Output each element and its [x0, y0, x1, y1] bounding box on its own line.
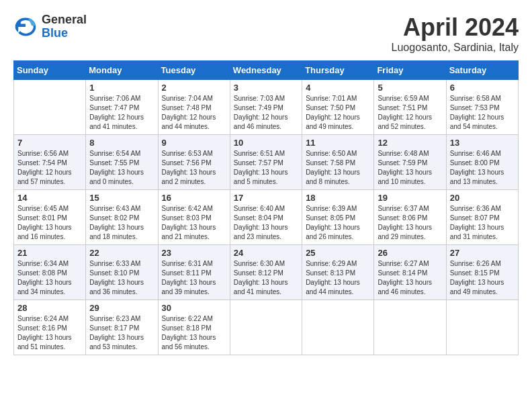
day-info: Sunrise: 6:51 AM Sunset: 7:57 PM Dayligh…: [234, 149, 298, 187]
calendar-day-cell: 7Sunrise: 6:56 AM Sunset: 7:54 PM Daylig…: [14, 135, 86, 190]
calendar-day-cell: [302, 300, 374, 355]
calendar-day-cell: 11Sunrise: 6:50 AM Sunset: 7:58 PM Dayli…: [302, 135, 374, 190]
calendar-day-cell: 14Sunrise: 6:45 AM Sunset: 8:01 PM Dayli…: [14, 190, 86, 245]
day-info: Sunrise: 6:24 AM Sunset: 8:16 PM Dayligh…: [17, 314, 82, 352]
calendar-day-cell: 26Sunrise: 6:27 AM Sunset: 8:14 PM Dayli…: [374, 245, 446, 300]
day-info: Sunrise: 6:22 AM Sunset: 8:18 PM Dayligh…: [162, 314, 226, 352]
day-header-friday: Friday: [374, 61, 446, 80]
calendar-week-row: 7Sunrise: 6:56 AM Sunset: 7:54 PM Daylig…: [14, 135, 519, 190]
day-header-monday: Monday: [86, 61, 158, 80]
day-number: 5: [378, 83, 442, 93]
day-number: 18: [306, 193, 370, 203]
day-info: Sunrise: 7:04 AM Sunset: 7:48 PM Dayligh…: [162, 94, 226, 132]
day-number: 7: [17, 138, 82, 148]
day-info: Sunrise: 6:34 AM Sunset: 8:08 PM Dayligh…: [17, 259, 82, 297]
day-info: Sunrise: 6:23 AM Sunset: 8:17 PM Dayligh…: [89, 314, 154, 352]
day-number: 9: [162, 138, 226, 148]
calendar-day-cell: 30Sunrise: 6:22 AM Sunset: 8:18 PM Dayli…: [158, 300, 230, 355]
day-info: Sunrise: 7:03 AM Sunset: 7:49 PM Dayligh…: [234, 94, 298, 132]
day-number: 25: [306, 248, 370, 258]
day-info: Sunrise: 6:36 AM Sunset: 8:07 PM Dayligh…: [450, 204, 515, 242]
calendar-day-cell: 9Sunrise: 6:53 AM Sunset: 7:56 PM Daylig…: [158, 135, 230, 190]
day-info: Sunrise: 6:33 AM Sunset: 8:10 PM Dayligh…: [89, 259, 154, 297]
calendar-day-cell: 25Sunrise: 6:29 AM Sunset: 8:13 PM Dayli…: [302, 245, 374, 300]
day-info: Sunrise: 6:31 AM Sunset: 8:11 PM Dayligh…: [162, 259, 226, 297]
day-info: Sunrise: 7:06 AM Sunset: 7:47 PM Dayligh…: [89, 94, 154, 132]
calendar-day-cell: 22Sunrise: 6:33 AM Sunset: 8:10 PM Dayli…: [86, 245, 158, 300]
day-info: Sunrise: 6:27 AM Sunset: 8:14 PM Dayligh…: [378, 259, 442, 297]
calendar-day-cell: 21Sunrise: 6:34 AM Sunset: 8:08 PM Dayli…: [14, 245, 86, 300]
location-title: Luogosanto, Sardinia, Italy: [392, 42, 519, 54]
day-number: 12: [378, 138, 442, 148]
calendar-week-row: 14Sunrise: 6:45 AM Sunset: 8:01 PM Dayli…: [14, 190, 519, 245]
calendar-day-cell: [446, 300, 518, 355]
day-info: Sunrise: 6:50 AM Sunset: 7:58 PM Dayligh…: [306, 149, 370, 187]
day-info: Sunrise: 6:40 AM Sunset: 8:04 PM Dayligh…: [234, 204, 298, 242]
day-info: Sunrise: 6:53 AM Sunset: 7:56 PM Dayligh…: [162, 149, 226, 187]
calendar-day-cell: 5Sunrise: 6:59 AM Sunset: 7:51 PM Daylig…: [374, 80, 446, 135]
day-info: Sunrise: 6:58 AM Sunset: 7:53 PM Dayligh…: [450, 94, 515, 132]
day-info: Sunrise: 6:45 AM Sunset: 8:01 PM Dayligh…: [17, 204, 82, 242]
calendar-day-cell: 23Sunrise: 6:31 AM Sunset: 8:11 PM Dayli…: [158, 245, 230, 300]
calendar-day-cell: 17Sunrise: 6:40 AM Sunset: 8:04 PM Dayli…: [230, 190, 302, 245]
day-number: 26: [378, 248, 442, 258]
day-number: 24: [234, 248, 298, 258]
logo-blue-text: Blue: [42, 27, 87, 40]
calendar-day-cell: [374, 300, 446, 355]
calendar-day-cell: 18Sunrise: 6:39 AM Sunset: 8:05 PM Dayli…: [302, 190, 374, 245]
calendar-header-row: SundayMondayTuesdayWednesdayThursdayFrid…: [14, 61, 519, 80]
calendar-day-cell: [230, 300, 302, 355]
calendar-day-cell: 29Sunrise: 6:23 AM Sunset: 8:17 PM Dayli…: [86, 300, 158, 355]
month-title: April 2024: [392, 13, 519, 42]
day-number: 17: [234, 193, 298, 203]
calendar-table: SundayMondayTuesdayWednesdayThursdayFrid…: [13, 60, 519, 355]
calendar-day-cell: 12Sunrise: 6:48 AM Sunset: 7:59 PM Dayli…: [374, 135, 446, 190]
day-info: Sunrise: 6:48 AM Sunset: 7:59 PM Dayligh…: [378, 149, 442, 187]
day-number: 1: [89, 83, 154, 93]
calendar-day-cell: 28Sunrise: 6:24 AM Sunset: 8:16 PM Dayli…: [14, 300, 86, 355]
calendar-day-cell: 8Sunrise: 6:54 AM Sunset: 7:55 PM Daylig…: [86, 135, 158, 190]
day-number: 16: [162, 193, 226, 203]
calendar-week-row: 28Sunrise: 6:24 AM Sunset: 8:16 PM Dayli…: [14, 300, 519, 355]
day-number: 21: [17, 248, 82, 258]
day-info: Sunrise: 6:42 AM Sunset: 8:03 PM Dayligh…: [162, 204, 226, 242]
day-info: Sunrise: 6:39 AM Sunset: 8:05 PM Dayligh…: [306, 204, 370, 242]
logo-icon: [13, 15, 38, 39]
calendar-day-cell: 24Sunrise: 6:30 AM Sunset: 8:12 PM Dayli…: [230, 245, 302, 300]
calendar-day-cell: 10Sunrise: 6:51 AM Sunset: 7:57 PM Dayli…: [230, 135, 302, 190]
day-number: 30: [162, 303, 226, 313]
day-info: Sunrise: 6:59 AM Sunset: 7:51 PM Dayligh…: [378, 94, 442, 132]
calendar-day-cell: 15Sunrise: 6:43 AM Sunset: 8:02 PM Dayli…: [86, 190, 158, 245]
day-info: Sunrise: 6:37 AM Sunset: 8:06 PM Dayligh…: [378, 204, 442, 242]
day-number: 2: [162, 83, 226, 93]
logo-text: General Blue: [42, 13, 87, 40]
day-number: 10: [234, 138, 298, 148]
logo-general-text: General: [42, 13, 87, 27]
logo: General Blue: [13, 13, 87, 40]
day-info: Sunrise: 6:43 AM Sunset: 8:02 PM Dayligh…: [89, 204, 154, 242]
day-number: 15: [89, 193, 154, 203]
calendar-day-cell: 19Sunrise: 6:37 AM Sunset: 8:06 PM Dayli…: [374, 190, 446, 245]
day-number: 6: [450, 83, 515, 93]
day-number: 29: [89, 303, 154, 313]
calendar-day-cell: 20Sunrise: 6:36 AM Sunset: 8:07 PM Dayli…: [446, 190, 518, 245]
day-number: 23: [162, 248, 226, 258]
calendar-day-cell: 4Sunrise: 7:01 AM Sunset: 7:50 PM Daylig…: [302, 80, 374, 135]
day-header-thursday: Thursday: [302, 61, 374, 80]
calendar-day-cell: 1Sunrise: 7:06 AM Sunset: 7:47 PM Daylig…: [86, 80, 158, 135]
day-number: 11: [306, 138, 370, 148]
day-number: 4: [306, 83, 370, 93]
day-info: Sunrise: 6:30 AM Sunset: 8:12 PM Dayligh…: [234, 259, 298, 297]
page-header: General Blue April 2024 Luogosanto, Sard…: [13, 13, 519, 54]
day-header-saturday: Saturday: [446, 61, 518, 80]
day-header-wednesday: Wednesday: [230, 61, 302, 80]
day-number: 8: [89, 138, 154, 148]
day-number: 28: [17, 303, 82, 313]
day-info: Sunrise: 6:29 AM Sunset: 8:13 PM Dayligh…: [306, 259, 370, 297]
calendar-week-row: 21Sunrise: 6:34 AM Sunset: 8:08 PM Dayli…: [14, 245, 519, 300]
day-number: 20: [450, 193, 515, 203]
calendar-week-row: 1Sunrise: 7:06 AM Sunset: 7:47 PM Daylig…: [14, 80, 519, 135]
calendar-day-cell: 13Sunrise: 6:46 AM Sunset: 8:00 PM Dayli…: [446, 135, 518, 190]
day-info: Sunrise: 6:46 AM Sunset: 8:00 PM Dayligh…: [450, 149, 515, 187]
day-header-sunday: Sunday: [14, 61, 86, 80]
